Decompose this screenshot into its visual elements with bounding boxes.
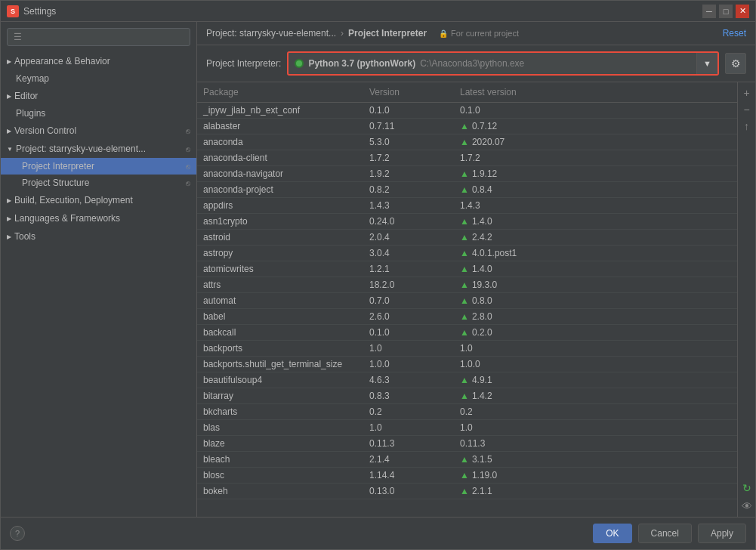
table-row[interactable]: anaconda-client1.7.21.7.2 xyxy=(197,150,737,166)
table-row[interactable]: beautifulsoup44.6.3▲4.9.1 xyxy=(197,372,737,388)
sidebar-item-plugins[interactable]: Plugins xyxy=(1,105,196,122)
table-row[interactable]: backports.shutil_get_terminal_size1.0.01… xyxy=(197,357,737,372)
table-row[interactable]: anaconda-navigator1.9.2▲1.9.12 xyxy=(197,166,737,182)
add-package-button[interactable]: + xyxy=(739,85,754,100)
update-arrow-icon: ▲ xyxy=(460,248,469,258)
table-row[interactable]: blosc1.14.4▲1.19.0 xyxy=(197,468,737,484)
update-arrow-icon: ▲ xyxy=(460,391,469,401)
cell-package: asn1crypto xyxy=(203,216,369,227)
gear-button[interactable]: ⚙ xyxy=(725,53,746,74)
interpreter-bar: Project Interpreter: Python 3.7 (pythonW… xyxy=(197,45,755,82)
update-arrow-icon: ▲ xyxy=(460,168,469,179)
table-row[interactable]: asn1crypto0.24.0▲1.4.0 xyxy=(197,214,737,230)
sidebar-item-editor[interactable]: ▶ Editor xyxy=(1,87,196,105)
sidebar-item-project-structure[interactable]: Project Structure ⎋ xyxy=(1,175,196,191)
maximize-button[interactable]: □ xyxy=(719,5,733,18)
reset-link[interactable]: Reset xyxy=(723,28,746,39)
expand-arrow-icon: ▶ xyxy=(7,215,11,222)
table-row[interactable]: anaconda5.3.0▲2020.07 xyxy=(197,134,737,150)
search-input[interactable] xyxy=(25,32,184,42)
update-arrow-icon: ▲ xyxy=(460,216,469,227)
cell-version: 0.1.0 xyxy=(369,327,460,338)
refresh-button[interactable]: ↻ xyxy=(739,480,754,496)
sidebar-item-label: Build, Execution, Deployment xyxy=(14,195,133,205)
right-panel: Project: starrysky-vue-element... › Proj… xyxy=(197,22,755,517)
search-box[interactable]: ☰ xyxy=(7,28,190,46)
bottom-bar: ? OK Cancel Apply xyxy=(1,517,755,549)
cell-package: appdirs xyxy=(203,200,369,211)
cell-latest: 0.2 xyxy=(460,406,731,417)
eye-button[interactable]: 👁 xyxy=(739,499,754,514)
table-row[interactable]: anaconda-project0.8.2▲0.8.4 xyxy=(197,182,737,198)
apply-button[interactable]: Apply xyxy=(698,524,746,543)
interpreter-select-wrapper: Python 3.7 (pythonWork) C:\Anaconda3\pyt… xyxy=(287,51,719,76)
cell-package: blaze xyxy=(203,438,369,449)
cell-latest: ▲0.8.0 xyxy=(460,295,731,306)
breadcrumb-current: Project Interpreter xyxy=(348,28,427,39)
window-controls: ─ □ ✕ xyxy=(702,5,749,18)
table-row[interactable]: atomicwrites1.2.1▲1.4.0 xyxy=(197,261,737,277)
side-actions-bottom: ↻ 👁 xyxy=(739,480,754,514)
table-row[interactable]: appdirs1.4.31.4.3 xyxy=(197,198,737,214)
sidebar-item-tools[interactable]: ▶ Tools xyxy=(1,227,196,246)
sidebar-item-keymap[interactable]: Keymap xyxy=(1,70,196,87)
cell-package: anaconda-project xyxy=(203,184,369,195)
cell-package: backcall xyxy=(203,327,369,338)
table-row[interactable]: backports1.01.0 xyxy=(197,341,737,357)
sidebar-item-languages[interactable]: ▶ Languages & Frameworks xyxy=(1,209,196,227)
table-row[interactable]: _ipyw_jlab_nb_ext_conf0.1.00.1.0 xyxy=(197,103,737,119)
cell-package: alabaster xyxy=(203,121,369,131)
sidebar-item-project-interpreter[interactable]: Project Interpreter ⎋ xyxy=(1,158,196,175)
expand-arrow-icon: ▶ xyxy=(7,93,11,100)
close-button[interactable]: ✕ xyxy=(736,5,749,18)
cell-latest: ▲0.2.0 xyxy=(460,327,731,338)
help-button[interactable]: ? xyxy=(10,526,25,541)
expand-arrow-icon: ▶ xyxy=(7,197,11,204)
table-row[interactable]: blas1.01.0 xyxy=(197,420,737,436)
sidebar-item-appearance[interactable]: ▶ Appearance & Behavior xyxy=(1,52,196,70)
sidebar-item-vcs[interactable]: ▶ Version Control ⎋ xyxy=(1,122,196,140)
sidebar-item-label: Project Structure xyxy=(22,178,89,188)
cell-version: 0.8.3 xyxy=(369,391,460,401)
ok-button[interactable]: OK xyxy=(593,524,631,543)
cell-version: 1.14.4 xyxy=(369,470,460,480)
cell-latest: 1.4.3 xyxy=(460,200,731,211)
sidebar-item-label: Languages & Frameworks xyxy=(14,213,120,224)
cell-latest: ▲0.7.12 xyxy=(460,121,731,131)
interpreter-dropdown-button[interactable]: ▼ xyxy=(696,53,717,74)
update-arrow-icon: ▲ xyxy=(460,264,469,274)
sidebar-item-build[interactable]: ▶ Build, Execution, Deployment xyxy=(1,191,196,209)
sidebar-item-label: Project Interpreter xyxy=(22,161,94,171)
table-row[interactable]: bkcharts0.20.2 xyxy=(197,404,737,420)
cell-version: 18.2.0 xyxy=(369,280,460,290)
table-row[interactable]: babel2.6.0▲2.8.0 xyxy=(197,309,737,325)
table-row[interactable]: alabaster0.7.11▲0.7.12 xyxy=(197,119,737,134)
cell-version: 0.1.0 xyxy=(369,105,460,116)
update-arrow-icon: ▲ xyxy=(460,486,469,496)
cell-package: anaconda-navigator xyxy=(203,168,369,179)
cell-latest: ▲2.4.2 xyxy=(460,232,731,243)
table-row[interactable]: attrs18.2.0▲19.3.0 xyxy=(197,277,737,293)
cell-latest: ▲4.0.1.post1 xyxy=(460,248,731,258)
expand-arrow-icon: ▶ xyxy=(7,233,11,240)
sidebar-item-label: Plugins xyxy=(16,108,45,119)
remove-package-button[interactable]: − xyxy=(739,102,754,117)
table-row[interactable]: bitarray0.8.3▲1.4.2 xyxy=(197,388,737,404)
table-row[interactable]: astroid2.0.4▲2.4.2 xyxy=(197,230,737,246)
cell-package: attrs xyxy=(203,280,369,290)
cell-version: 0.7.0 xyxy=(369,295,460,306)
sidebar-item-project[interactable]: ▼ Project: starrysky-vue-element... ⎋ xyxy=(1,140,196,158)
update-arrow-icon: ▲ xyxy=(460,121,469,131)
breadcrumb-arrow-icon: › xyxy=(341,28,344,39)
table-row[interactable]: blaze0.11.30.11.3 xyxy=(197,436,737,452)
table-row[interactable]: backcall0.1.0▲0.2.0 xyxy=(197,325,737,341)
table-row[interactable]: astropy3.0.4▲4.0.1.post1 xyxy=(197,246,737,261)
minimize-button[interactable]: ─ xyxy=(702,5,716,18)
table-row[interactable]: automat0.7.0▲0.8.0 xyxy=(197,293,737,309)
table-wrapper: Package Version Latest version _ipyw_jla… xyxy=(197,82,737,517)
breadcrumb: Project: starrysky-vue-element... › Proj… xyxy=(197,22,755,45)
cancel-button[interactable]: Cancel xyxy=(638,524,692,543)
upgrade-package-button[interactable]: ↑ xyxy=(739,119,754,134)
table-row[interactable]: bleach2.1.4▲3.1.5 xyxy=(197,452,737,468)
table-row[interactable]: bokeh0.13.0▲2.1.1 xyxy=(197,484,737,499)
